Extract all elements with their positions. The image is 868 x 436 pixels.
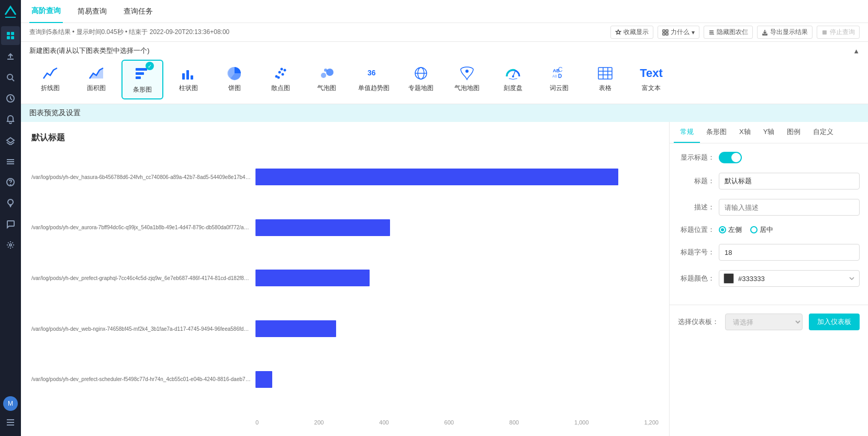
dashboard-select[interactable]: 请选择 xyxy=(725,314,803,330)
app-logo[interactable] xyxy=(3,4,18,20)
title-input[interactable] xyxy=(719,173,860,189)
nav-simple-query[interactable]: 简易查询 xyxy=(75,0,109,23)
chart-type-geo[interactable]: 专题地图 xyxy=(400,60,442,98)
settings-tab-xaxis[interactable]: X轴 xyxy=(733,122,757,143)
sidebar-item-bulb[interactable] xyxy=(1,194,20,213)
svg-point-26 xyxy=(282,73,284,76)
user-avatar[interactable]: M xyxy=(3,396,18,411)
chart-type-trend[interactable]: 36 单值趋势图 xyxy=(352,60,396,98)
chart-type-rich-text[interactable]: Text 富文本 xyxy=(630,60,672,98)
svg-text:C: C xyxy=(558,66,563,73)
sidebar-item-help[interactable] xyxy=(1,173,20,192)
bar-row-1: /var/log/pods/yh-dev_aurora-7bff94dc6c-q… xyxy=(31,217,659,238)
chart-type-area[interactable]: 面积图 xyxy=(75,60,117,98)
export-results-btn[interactable]: 导出显示结果 xyxy=(757,26,813,39)
chart-area: 默认标题 /var/log/pods/yh-dev_hasura-6b45678… xyxy=(21,122,669,436)
chart-selector-section: 新建图表(请从以下图表类型中选择一个) ▲ 折线图 xyxy=(21,42,868,104)
hide-fields-btn[interactable]: 隐藏图农仨 xyxy=(704,26,753,39)
title-color-row: 标题颜色： #333333 xyxy=(678,270,860,287)
svg-point-27 xyxy=(277,76,280,79)
radio-left[interactable]: 左侧 xyxy=(719,225,742,234)
font-size-input[interactable] xyxy=(719,244,860,261)
chart-type-area-label: 面积图 xyxy=(87,84,106,93)
chart-type-gauge[interactable]: 刻度盘 xyxy=(492,60,534,98)
svg-point-30 xyxy=(321,73,326,78)
radio-center[interactable]: 居中 xyxy=(750,225,773,234)
chart-type-scatter-wrap: 散点图 xyxy=(260,60,302,99)
chart-type-bar-h[interactable]: ✓ 条形图 xyxy=(121,60,163,99)
x-axis-label-6: 1,200 xyxy=(644,419,659,426)
chart-type-area-wrap: 面积图 xyxy=(75,60,117,99)
bar-track-4 xyxy=(255,371,659,388)
stop-query-btn[interactable]: 停止查询 xyxy=(817,26,860,39)
toolbar: 查询到5条结果 • 显示时间0.045秒 • 结束于 2022-09-20T20… xyxy=(21,23,868,42)
sidebar-item-settings[interactable] xyxy=(1,236,20,254)
svg-rect-0 xyxy=(7,32,10,35)
bar-label-4: /var/log/pods/yh-dev_prefect-scheduler-f… xyxy=(31,376,251,382)
color-swatch[interactable] xyxy=(724,273,734,284)
bar-row-3: /var/log/pods/yh-dev_web-nginx-74658bf45… xyxy=(31,318,659,339)
radio-left-label: 左侧 xyxy=(728,225,742,234)
chart-type-bubble-map[interactable]: 气泡地图 xyxy=(446,60,488,98)
sidebar-item-stack[interactable] xyxy=(1,152,20,171)
color-input-group[interactable]: #333333 xyxy=(719,270,860,287)
svg-rect-44 xyxy=(598,68,612,79)
chart-type-pie[interactable]: 饼图 xyxy=(214,60,255,98)
chart-container: /var/log/pods/yh-dev_hasura-6b456788d6-2… xyxy=(31,152,659,426)
stop-query-label: 停止查询 xyxy=(830,28,855,37)
collapse-icon[interactable]: ▲ xyxy=(853,47,860,55)
settings-tab-yaxis[interactable]: Y轴 xyxy=(757,122,781,143)
svg-point-9 xyxy=(9,244,12,246)
chart-type-table[interactable]: 表格 xyxy=(584,60,626,98)
chart-type-line[interactable]: 折线图 xyxy=(29,60,71,98)
sidebar-item-time[interactable] xyxy=(1,89,20,108)
svg-rect-22 xyxy=(191,75,193,80)
sidebar-item-search[interactable] xyxy=(1,68,20,87)
svg-point-4 xyxy=(7,74,13,80)
sidebar-item-home[interactable] xyxy=(1,26,20,45)
chart-type-scatter[interactable]: 散点图 xyxy=(260,60,302,98)
chart-type-bar-v-label: 柱状图 xyxy=(179,84,198,93)
svg-rect-15 xyxy=(822,30,827,35)
sidebar-item-upload[interactable] xyxy=(1,47,20,66)
show-title-toggle[interactable] xyxy=(719,152,742,163)
svg-rect-1 xyxy=(11,32,14,35)
description-input[interactable] xyxy=(719,199,860,216)
sidebar-item-menu[interactable] xyxy=(1,413,20,432)
settings-tab-general[interactable]: 常规 xyxy=(674,122,700,143)
bar-fill-2 xyxy=(255,270,370,286)
chart-type-word-cloud-wrap: AB C AB D 词云图 xyxy=(538,60,580,99)
svg-rect-13 xyxy=(666,33,668,35)
sidebar-item-alert[interactable] xyxy=(1,110,20,129)
chart-type-table-label: 表格 xyxy=(599,84,611,93)
bar-label-2: /var/log/pods/yh-dev_prefect-graphql-7cc… xyxy=(31,275,251,281)
svg-point-8 xyxy=(10,185,11,185)
settings-tabs: 常规 条形图 X轴 Y轴 图例 自定义 xyxy=(670,122,868,143)
chart-type-word-cloud[interactable]: AB C AB D 词云图 xyxy=(538,60,580,98)
bar-fill-3 xyxy=(255,320,336,337)
export-results-label: 导出显示结果 xyxy=(770,28,808,37)
nav-advanced-query[interactable]: 高阶查询 xyxy=(29,0,63,23)
format-btn[interactable]: 力什么 ▾ xyxy=(658,26,699,39)
svg-point-25 xyxy=(279,71,281,74)
svg-point-31 xyxy=(326,69,333,76)
radio-center-dot xyxy=(750,226,758,233)
add-dashboard-btn[interactable]: 加入仪表板 xyxy=(809,314,860,330)
sidebar-item-chat[interactable] xyxy=(1,215,20,233)
chart-type-line-wrap: 折线图 xyxy=(29,60,71,99)
title-position-row: 标题位置： 左侧 居中 xyxy=(678,225,860,234)
bar-track-3 xyxy=(255,320,659,337)
x-axis-label-2: 400 xyxy=(379,419,388,426)
sidebar-item-layers[interactable] xyxy=(1,131,20,150)
settings-tab-legend[interactable]: 图例 xyxy=(781,122,807,143)
svg-rect-3 xyxy=(11,36,14,39)
chart-type-bubble-wrap: 气泡图 xyxy=(306,60,348,99)
chart-type-bubble[interactable]: 气泡图 xyxy=(306,60,348,98)
collect-btn[interactable]: 收藏显示 xyxy=(610,26,653,39)
svg-rect-12 xyxy=(663,33,665,35)
settings-tab-custom[interactable]: 自定义 xyxy=(807,122,840,143)
chart-type-bar-v[interactable]: 柱状图 xyxy=(168,60,209,98)
svg-rect-18 xyxy=(136,72,144,75)
settings-tab-bar[interactable]: 条形图 xyxy=(700,122,733,143)
nav-query-tasks[interactable]: 查询任务 xyxy=(121,0,155,23)
